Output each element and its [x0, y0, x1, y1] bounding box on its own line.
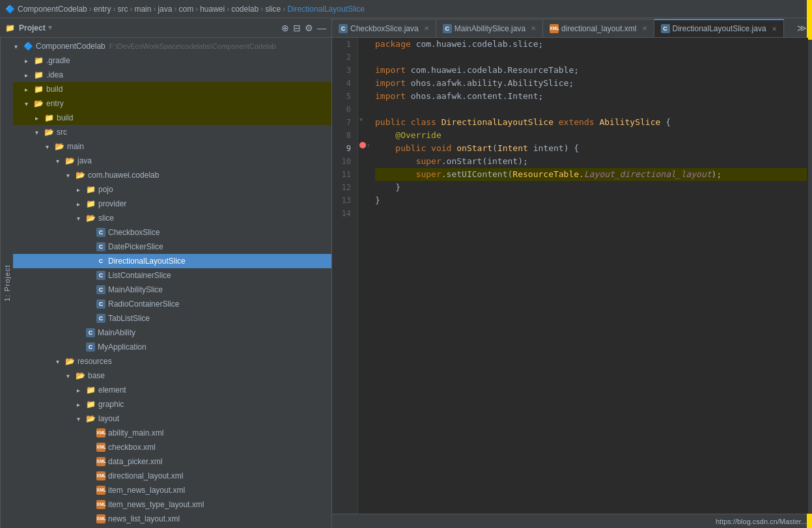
tree-item-graphic[interactable]: 📁 graphic [13, 397, 331, 411]
tree-arrow[interactable] [35, 115, 44, 122]
tree-root[interactable]: 🔷 ComponentCodelab F:\DevEcoWorkSpace\co… [13, 39, 331, 53]
tree-item-mainabilityslice[interactable]: C MainAbilitySlice [13, 283, 331, 297]
breadcrumb-slice[interactable]: slice [265, 5, 281, 14]
tree-arrow[interactable] [66, 372, 76, 380]
add-icon[interactable]: ⊕ [281, 23, 289, 33]
line-numbers: 1 2 3 4 5 6 7 8 9 10 11 12 13 14 [332, 38, 358, 514]
tree-arrow[interactable] [77, 415, 86, 423]
tree-item-newslistlayout-xml[interactable]: XML news_list_layout.xml [13, 512, 331, 526]
tab-directionallayout-xml[interactable]: XML directional_layout.xml ✕ [543, 19, 654, 37]
tree-arrow[interactable] [35, 129, 44, 136]
sidebar-title-label: Project [19, 23, 46, 33]
tree-label: java [77, 156, 92, 165]
code-text [375, 168, 416, 181]
tree-item-build-entry[interactable]: 📁 build [13, 111, 331, 125]
breadcrumb-src[interactable]: src [117, 5, 128, 14]
tree-item-mainability[interactable]: C MainAbility [13, 326, 331, 340]
file-tree[interactable]: 🔷 ComponentCodelab F:\DevEcoWorkSpace\co… [13, 38, 331, 528]
xml-icon: XML [96, 457, 105, 466]
tree-arrow[interactable] [77, 186, 86, 193]
tree-item-directionallayoutslice[interactable]: C DirectionalLayoutSlice [13, 254, 331, 268]
tree-arrow[interactable] [25, 72, 34, 79]
split-icon[interactable]: ⊟ [293, 23, 301, 33]
tree-item-provider[interactable]: 📁 provider [13, 197, 331, 211]
tree-item-itemnewslayout-xml[interactable]: XML item_news_layout.xml [13, 483, 331, 497]
ln-1: 1 [336, 38, 354, 51]
tree-item-layout[interactable]: 📂 layout [13, 411, 331, 426]
ln-8: 8 [336, 129, 354, 142]
tree-arrow[interactable] [46, 143, 55, 150]
tree-item-radiocontainerslice[interactable]: C RadioContainerSlice [13, 297, 331, 311]
breadcrumb-class[interactable]: DirectionalLayoutSlice [287, 5, 365, 14]
xml-icon: XML [96, 500, 105, 509]
breadcrumb-codelab[interactable]: codelab [231, 5, 259, 14]
tree-label: DirectionalLayoutSlice [108, 257, 186, 266]
tree-item-directionallayout-xml[interactable]: XML directional_layout.xml [13, 469, 331, 483]
code-text: .setUIContent( [441, 168, 513, 181]
tab-close-button[interactable]: ✕ [642, 25, 647, 32]
tree-item-main[interactable]: 📂 main [13, 139, 331, 154]
tab-class-icon: C [339, 24, 348, 33]
tree-item-entry[interactable]: 📂 entry [13, 96, 331, 111]
tree-arrow[interactable] [56, 158, 65, 165]
tree-arrow[interactable] [25, 57, 34, 64]
tree-item-base[interactable]: 📂 base [13, 368, 331, 383]
tab-mainabilityslice[interactable]: C MainAbilitySlice.java ✕ [436, 19, 543, 37]
breadcrumb-main[interactable]: main [134, 5, 151, 14]
tree-root-path: F:\DevEcoWorkSpace\codelabs\ComponentCod… [109, 42, 276, 50]
tree-arrow[interactable] [56, 358, 65, 365]
tree-arrow[interactable] [14, 43, 23, 50]
code-editor[interactable]: package com.huawei.codelab.slice; import… [370, 38, 812, 514]
debug-breakpoint[interactable] [359, 142, 366, 148]
tree-item-java[interactable]: 📂 java [13, 154, 331, 168]
tree-arrow[interactable] [77, 215, 86, 222]
classname: ResourceTable [512, 168, 579, 181]
tree-arrow[interactable] [25, 100, 34, 107]
accent-mark [808, 38, 812, 40]
breadcrumb-com[interactable]: com [178, 5, 193, 14]
tree-item-listcontainerslice[interactable]: C ListContainerSlice [13, 268, 331, 283]
keyword: super [416, 155, 441, 168]
tree-item-checkboxslice[interactable]: C CheckboxSlice [13, 225, 331, 240]
tree-item-ability-main-xml[interactable]: XML ability_main.xml [13, 426, 331, 440]
breadcrumb-java[interactable]: java [158, 5, 172, 14]
tree-arrow[interactable] [25, 86, 34, 93]
tree-item-datapicker-xml[interactable]: XML data_picker.xml [13, 454, 331, 469]
vertical-panel-label[interactable]: 1: Project [0, 38, 13, 528]
tree-item-tablistslice[interactable]: C TabListSlice [13, 311, 331, 326]
tree-item-build-root[interactable]: 📁 build [13, 82, 331, 96]
tree-item-element[interactable]: 📁 element [13, 383, 331, 397]
override-marker: ↑ [367, 142, 371, 148]
gear-icon[interactable]: ⚙ [305, 23, 313, 33]
tree-arrow[interactable] [77, 201, 86, 208]
tree-item-slice[interactable]: 📂 slice [13, 211, 331, 225]
tab-close-button[interactable]: ✕ [424, 25, 429, 32]
tree-item-itemnewstypelayout-xml[interactable]: XML item_news_type_layout.xml [13, 497, 331, 512]
tree-arrow[interactable] [77, 401, 86, 408]
tree-item-pojo[interactable]: 📁 pojo [13, 182, 331, 197]
sidebar-dropdown-arrow[interactable]: ▾ [48, 23, 52, 32]
minimize-icon[interactable]: — [317, 23, 326, 33]
tree-item-checkbox-xml[interactable]: XML checkbox.xml [13, 440, 331, 454]
breadcrumb-huawei[interactable]: huawei [200, 5, 225, 14]
tree-item-idea[interactable]: 📁 .idea [13, 68, 331, 82]
tab-directionallayoutslice[interactable]: C DirectionalLayoutSlice.java ✕ [654, 19, 784, 37]
fold-marker-7[interactable]: ▾ [359, 116, 363, 123]
tree-arrow[interactable] [66, 172, 76, 179]
tree-item-datepickerslice[interactable]: C DatePickerSlice [13, 240, 331, 254]
tab-close-button[interactable]: ✕ [772, 25, 777, 33]
tree-item-src[interactable]: 📂 src [13, 125, 331, 139]
breadcrumb-bar: 🔷 ComponentCodelab › entry › src › main … [0, 0, 812, 18]
tree-item-gradle[interactable]: 📁 .gradle [13, 53, 331, 68]
folder-icon: 📁 [34, 70, 44, 79]
ln-12: 12 [336, 181, 354, 194]
tree-label: directional_layout.xml [108, 471, 183, 480]
tab-checkboxslice[interactable]: C CheckboxSlice.java ✕ [332, 19, 436, 37]
tree-arrow[interactable] [77, 387, 86, 394]
breadcrumb-entry[interactable]: entry [94, 5, 111, 14]
tree-item-resources[interactable]: 📂 resources [13, 354, 331, 368]
breadcrumb-componentcodelab[interactable]: ComponentCodelab [18, 5, 87, 14]
tab-close-button[interactable]: ✕ [531, 25, 536, 32]
tree-item-package[interactable]: 📂 com.huawei.codelab [13, 168, 331, 182]
tree-item-myapplication[interactable]: C MyApplication [13, 340, 331, 354]
